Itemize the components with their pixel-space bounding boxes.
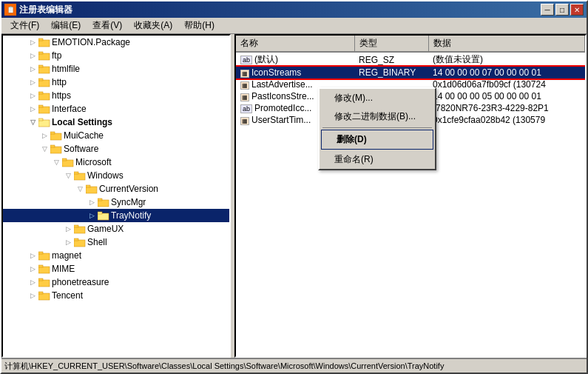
folder-icon-mime (38, 264, 50, 274)
expand-icon-phonetreasure[interactable] (27, 276, 38, 288)
svg-rect-1 (38, 39, 43, 41)
menu-edit[interactable]: 编辑(E) (45, 18, 87, 33)
expand-icon-windows[interactable] (62, 170, 74, 181)
tree-node-traynotify[interactable]: TrayNotify (3, 209, 229, 222)
expand-icon-htmlfile[interactable] (27, 63, 38, 75)
tree-node-mime[interactable]: MIME (3, 262, 229, 276)
tree-node-shell[interactable]: Shell (3, 236, 229, 249)
svg-rect-16 (50, 147, 61, 153)
tree-label-microsoft: Microsoft (75, 157, 112, 167)
tree-node-windows[interactable]: Windows (3, 169, 229, 182)
tree-node-gameux[interactable]: GameUX (3, 222, 229, 236)
tree-node-emotion[interactable]: EMOTION.Package (3, 36, 229, 49)
expand-icon-microsoft[interactable] (50, 156, 62, 168)
folder-icon-gameux (74, 224, 86, 234)
svg-rect-10 (38, 107, 50, 113)
folder-icon-interface (38, 104, 50, 114)
svg-rect-28 (74, 227, 85, 233)
context-menu-delete[interactable]: 删除(D) (321, 130, 433, 150)
menu-help[interactable]: 帮助(H) (178, 18, 220, 33)
context-menu: 修改(M)... 修改二进制数据(B)... 删除(D) 重命名(R) (318, 87, 436, 170)
tree-node-https[interactable]: https (3, 89, 229, 102)
svg-rect-21 (74, 172, 78, 174)
table-row[interactable]: ▦IconStreamsREG_BINARY14 00 00 00 07 00 … (236, 67, 585, 79)
expand-icon-ftp[interactable] (27, 50, 38, 61)
tree-node-interface[interactable]: Interface (3, 102, 229, 116)
tree-label-syncmgr: SyncMgr (111, 197, 146, 207)
minimize-button[interactable]: ─ (541, 4, 554, 16)
svg-rect-24 (98, 200, 109, 207)
tree-node-tencent[interactable]: Tencent (3, 289, 229, 302)
folder-icon-emotion (38, 37, 50, 47)
tree-node-phonetreasure[interactable]: phonetreasure (3, 276, 229, 289)
maximize-button[interactable]: □ (555, 4, 569, 16)
svg-rect-0 (38, 40, 50, 47)
tree-node-ftp[interactable]: ftp (3, 49, 229, 62)
folder-icon-tencent (38, 290, 50, 301)
folder-icon-syncmgr (98, 197, 109, 207)
tree-node-software[interactable]: Software (3, 142, 229, 156)
tree-node-currentversion[interactable]: CurrentVersion (3, 182, 229, 196)
svg-rect-17 (50, 145, 55, 147)
svg-rect-4 (38, 67, 50, 73)
expand-icon-interface[interactable] (27, 103, 38, 115)
cell-data: {7820NR76-23R3-4229-82P1 (428, 102, 585, 114)
svg-rect-34 (38, 267, 50, 273)
expand-icon-traynotify[interactable] (86, 210, 98, 221)
expand-icon-syncmgr[interactable] (86, 196, 98, 208)
menu-view[interactable]: 查看(V) (87, 18, 128, 33)
svg-rect-25 (98, 198, 102, 201)
cell-name: ▦IconStreams (236, 67, 354, 79)
folder-icon-currentversion (86, 184, 98, 194)
tree-label-mime: MIME (52, 264, 75, 274)
svg-rect-3 (38, 52, 43, 54)
expand-icon-tencent[interactable] (27, 290, 38, 301)
svg-rect-35 (38, 265, 43, 267)
svg-rect-20 (74, 173, 85, 180)
svg-rect-15 (50, 132, 55, 134)
table-row[interactable]: ab(默认)REG_SZ(数值未设置) (236, 52, 585, 67)
svg-rect-29 (74, 225, 78, 227)
expand-icon-muicache[interactable] (38, 130, 50, 141)
expand-icon-mime[interactable] (27, 263, 38, 275)
tree-label-emotion: EMOTION.Package (52, 37, 130, 47)
expand-icon-shell[interactable] (62, 236, 74, 248)
svg-rect-5 (38, 65, 43, 67)
context-menu-modify[interactable]: 修改(M)... (320, 89, 435, 107)
close-button[interactable]: ✕ (570, 4, 584, 16)
menu-favorites[interactable]: 收藏夹(A) (128, 18, 178, 33)
tree-label-tencent: Tencent (52, 290, 83, 301)
col-header-data: 数据 (428, 36, 585, 52)
cell-data: 0x1cfe9cfaa028b42 (130579 (428, 114, 585, 126)
title-bar-text: 📋 注册表编辑器 (4, 4, 72, 16)
expand-icon-https[interactable] (27, 90, 38, 101)
status-text: 计算机\HKEY_CURRENT_USER\Software\Classes\L… (4, 361, 444, 372)
expand-icon-http[interactable] (27, 76, 38, 88)
context-menu-modify-binary[interactable]: 修改二进制数据(B)... (320, 107, 435, 126)
folder-icon-muicache (50, 130, 62, 141)
tree-node-local-settings[interactable]: Local Settings (3, 116, 229, 129)
tree-label-htmlfile: htmlfile (52, 64, 80, 74)
status-bar: 计算机\HKEY_CURRENT_USER\Software\Classes\L… (1, 358, 587, 373)
svg-rect-31 (74, 238, 78, 241)
tree-node-microsoft[interactable]: Microsoft (3, 156, 229, 169)
context-menu-rename[interactable]: 重命名(R) (320, 150, 435, 169)
tree-node-http[interactable]: http (3, 76, 229, 89)
expand-icon-magnet[interactable] (27, 250, 38, 261)
svg-rect-18 (62, 160, 73, 167)
expand-icon-local-settings[interactable] (27, 116, 38, 128)
expand-icon-gameux[interactable] (62, 223, 74, 235)
svg-rect-9 (38, 92, 43, 94)
folder-icon-ftp (38, 50, 50, 61)
tree-label-https: https (52, 90, 71, 101)
expand-icon-emotion[interactable] (27, 36, 38, 48)
tree-node-htmlfile[interactable]: htmlfile (3, 62, 229, 76)
folder-icon-traynotify (98, 210, 109, 221)
tree-node-magnet[interactable]: magnet (3, 249, 229, 262)
menu-file[interactable]: 文件(F) (4, 18, 45, 33)
tree-panel[interactable]: EMOTION.Package ftp htmlfile (1, 34, 231, 358)
tree-node-muicache[interactable]: MuiCache (3, 129, 229, 142)
tree-node-syncmgr[interactable]: SyncMgr (3, 196, 229, 209)
expand-icon-currentversion[interactable] (74, 183, 86, 195)
expand-icon-software[interactable] (38, 143, 50, 155)
